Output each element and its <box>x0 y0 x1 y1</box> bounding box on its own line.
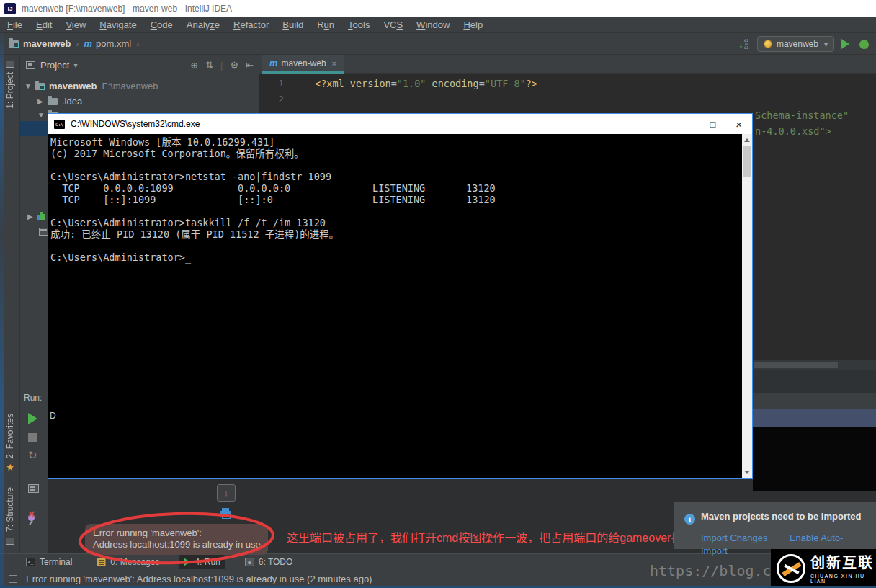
cmd-title-bar[interactable]: C:\ C:\WINDOWS\system32\cmd.exe — □ × <box>48 114 752 134</box>
breadcrumb-project[interactable]: mavenweb <box>23 38 71 49</box>
cmd-window[interactable]: C:\ C:\WINDOWS\system32\cmd.exe — □ × Mi… <box>48 113 753 479</box>
project-toolwindow-icon <box>6 61 14 68</box>
structure-toolwindow-icon <box>6 538 14 545</box>
menu-edit[interactable]: Edit <box>36 19 52 30</box>
printer-icon <box>220 511 231 516</box>
tab-maven-web[interactable]: m maven-web × <box>262 55 344 74</box>
project-panel-title[interactable]: Project <box>40 60 69 71</box>
menu-refactor[interactable]: Refactor <box>233 19 269 30</box>
minimize-button[interactable]: — <box>845 3 854 14</box>
scroll-to-end-button[interactable]: ↓ <box>217 484 236 502</box>
dump-threads-icon[interactable] <box>28 484 39 493</box>
run-configuration-select[interactable]: mavenweb ▾ <box>757 36 834 52</box>
editor-tab-bar: m maven-web × <box>259 55 876 74</box>
scrollbar-thumb[interactable] <box>743 146 751 177</box>
tab-run[interactable]: 4: Run <box>179 555 224 569</box>
error-balloon: Error running 'mavenweb': Address localh… <box>85 524 268 555</box>
error-balloon-line1: Error running 'mavenweb': <box>93 527 260 539</box>
menu-code[interactable]: Code <box>151 19 173 30</box>
intellij-idea-window: IJ mavenweb [F:\\mavenweb] - maven-web -… <box>0 0 876 588</box>
breadcrumb-file[interactable]: pom.xml <box>96 38 131 49</box>
tree-root-label: mavenweb <box>49 81 97 92</box>
close-icon[interactable]: × <box>28 509 35 520</box>
cmd-scrollbar[interactable] <box>742 134 752 478</box>
run-config-peek: D <box>50 411 56 421</box>
collapse-all-icon[interactable]: ⇅ <box>205 60 213 71</box>
run-console-area <box>753 427 876 491</box>
code-fragment: Schema-instance" <box>755 110 849 121</box>
stop-button[interactable] <box>28 433 37 442</box>
red-text-annotation: 这里端口被占用了，我们打开cmd按图操作一波，把占用端口的给gameover掉 <box>287 528 682 545</box>
star-icon: ★ <box>6 462 14 473</box>
todo-icon: e <box>245 558 254 566</box>
menu-vcs[interactable]: VCS <box>383 19 403 30</box>
menu-file[interactable]: File <box>7 19 22 30</box>
import-changes-link[interactable]: Import Changes <box>701 533 768 543</box>
print-button[interactable] <box>220 506 231 519</box>
tree-row-root[interactable]: ▼ mavenweb F:\mavenweb <box>24 81 158 92</box>
project-folder-icon <box>9 40 19 48</box>
progress-bar <box>754 362 838 368</box>
tab-messages[interactable]: 0: Messages <box>92 555 164 569</box>
project-panel-header: Project ▾ ⊕ ⇅ | ⚙ ⇤ <box>20 55 259 75</box>
breadcrumb: mavenweb › m pom.xml › <box>0 38 144 49</box>
tree-collapse-icon[interactable]: ▶ <box>27 213 37 220</box>
run-selected-row[interactable] <box>753 409 876 427</box>
screen-left-edge <box>0 17 4 588</box>
menu-help[interactable]: Help <box>463 19 483 30</box>
cmd-icon: C:\ <box>54 120 65 129</box>
hide-panel-icon[interactable]: ⇤ <box>246 60 254 71</box>
run-configuration-label: mavenweb <box>777 39 818 49</box>
scroll-up-icon[interactable] <box>744 138 750 142</box>
tab-label: maven-web <box>282 58 326 68</box>
navigation-toolbar: mavenweb › m pom.xml › ↓ 011001 mavenweb… <box>0 33 876 55</box>
maven-import-notification: iMaven projects need to be imported Impo… <box>674 502 876 549</box>
menu-run[interactable]: Run <box>317 19 334 30</box>
run-button[interactable] <box>841 39 849 49</box>
update-badge: 011001 <box>744 39 748 50</box>
run-icon <box>184 558 190 566</box>
menu-navigate[interactable]: Navigate <box>99 19 136 30</box>
tree-root-path: F:\mavenweb <box>102 81 158 92</box>
menu-window[interactable]: Window <box>416 19 450 30</box>
folder-icon <box>48 98 58 105</box>
tree-row-idea[interactable]: ▶ .idea <box>37 96 82 107</box>
tree-collapse-icon[interactable]: ▶ <box>37 97 48 105</box>
tab-todo[interactable]: e6: TODO <box>241 555 298 569</box>
menu-tools[interactable]: Tools <box>348 19 370 30</box>
cmd-close-button[interactable]: × <box>736 118 742 130</box>
locate-file-icon[interactable]: ⊕ <box>190 60 198 71</box>
gear-icon[interactable]: ⚙ <box>230 60 238 71</box>
cmd-minimize-button[interactable]: — <box>680 119 689 130</box>
close-icon[interactable]: × <box>332 59 336 68</box>
menu-build[interactable]: Build <box>282 19 303 30</box>
project-folder-icon <box>35 83 45 90</box>
menu-bar: FileEditViewNavigateCodeAnalyzeRefactorB… <box>0 17 876 33</box>
rerun-button[interactable] <box>28 413 37 424</box>
scroll-down-icon: ↓ <box>224 488 229 499</box>
menu-view[interactable]: View <box>66 19 86 30</box>
vcs-update-icon[interactable]: ↓ 011001 <box>738 38 748 50</box>
stripe-label-favorites: 2: Favorites <box>5 414 15 459</box>
stripe-label-project: 1: Project <box>5 72 15 109</box>
tree-row-external-libraries[interactable]: ▶ <box>27 212 48 220</box>
debug-button[interactable] <box>859 40 869 49</box>
menu-analyze[interactable]: Analyze <box>187 19 220 30</box>
cmd-console[interactable]: Microsoft Windows [版本 10.0.16299.431] (c… <box>48 134 742 478</box>
cmd-maximize-button[interactable]: □ <box>710 119 715 130</box>
watermark-logo: 创新互联 CHUANG XIN HU LIAN <box>771 549 876 588</box>
tab-terminal[interactable]: >_Terminal <box>22 555 76 569</box>
restart-icon[interactable]: ↻ <box>28 450 37 460</box>
project-view-icon <box>26 61 35 69</box>
run-progress-row <box>753 360 876 370</box>
tree-expand-icon[interactable]: ▼ <box>37 111 48 119</box>
scroll-down-icon[interactable] <box>744 471 750 474</box>
terminal-icon: >_ <box>26 558 35 566</box>
code-line[interactable]: <?xml version="1.0" encoding="UTF-8"?> <box>315 78 537 89</box>
code-fragment: n-4.0.0.xsd"> <box>755 125 831 137</box>
tree-expand-icon[interactable]: ▼ <box>24 82 35 90</box>
chevron-down-icon[interactable]: ▾ <box>73 61 77 69</box>
maven-file-icon: m <box>84 38 92 49</box>
toolwindow-toggle-icon[interactable] <box>9 575 17 583</box>
divider <box>24 465 43 466</box>
